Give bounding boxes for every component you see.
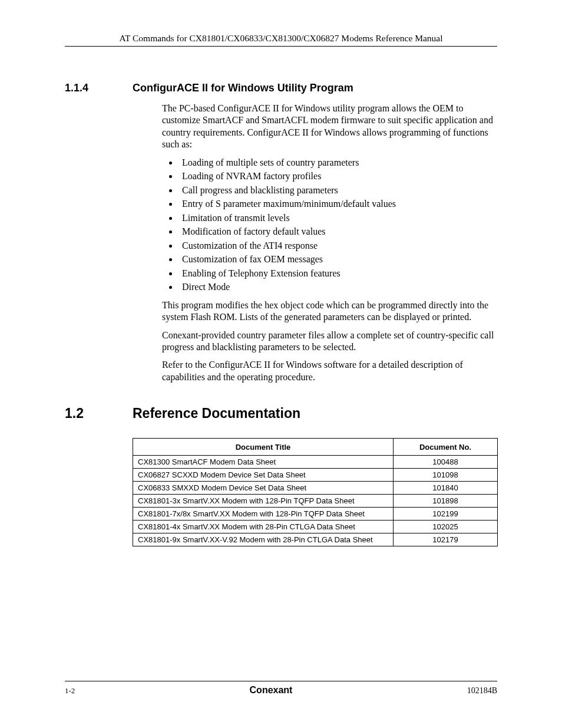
section-number: 1.2 bbox=[65, 406, 133, 421]
list-item: Modification of factory default values bbox=[178, 226, 497, 238]
doc-number-cell: 102025 bbox=[394, 521, 498, 533]
doc-title-cell: CX81801-9x SmartV.XX-V.92 Modem with 28-… bbox=[133, 533, 394, 546]
table-row: CX81801-4x SmartV.XX Modem with 28-Pin C… bbox=[133, 521, 498, 533]
doc-title-cell: CX06827 SCXXD Modem Device Set Data Shee… bbox=[133, 469, 394, 482]
section-1-2-heading: 1.2 Reference Documentation bbox=[65, 406, 497, 421]
list-item: Call progress and blacklisting parameter… bbox=[178, 185, 497, 196]
list-item: Limitation of transmit levels bbox=[178, 212, 497, 224]
doc-number-cell: 100488 bbox=[394, 456, 498, 469]
doc-title-cell: CX06833 SMXXD Modem Device Set Data Shee… bbox=[133, 482, 394, 495]
list-item: Customization of fax OEM messages bbox=[178, 253, 497, 265]
paragraph: Refer to the ConfigurACE II for Windows … bbox=[162, 359, 497, 383]
doc-number-cell: 101840 bbox=[394, 482, 498, 495]
list-item: Loading of NVRAM factory profiles bbox=[178, 170, 497, 182]
table-row: CX81801-7x/8x SmartV.XX Modem with 128-P… bbox=[133, 508, 498, 521]
list-item: Customization of the ATI4 response bbox=[178, 240, 497, 252]
table-row: CX81801-3x SmartV.XX Modem with 128-Pin … bbox=[133, 495, 498, 508]
doc-code: 102184B bbox=[467, 686, 497, 696]
doc-title-cell: CX81801-4x SmartV.XX Modem with 28-Pin C… bbox=[133, 521, 394, 533]
doc-number-cell: 101898 bbox=[394, 495, 498, 508]
paragraph: This program modifies the hex object cod… bbox=[162, 299, 497, 324]
section-number: 1.1.4 bbox=[65, 82, 133, 94]
page-number: 1-2 bbox=[65, 686, 75, 696]
section-1-1-4-body: The PC-based ConfigurACE II for Windows … bbox=[162, 103, 497, 383]
doc-number-cell: 102199 bbox=[394, 508, 498, 521]
doc-number-cell: 101098 bbox=[394, 469, 498, 482]
list-item: Entry of S parameter maximum/minimum/def… bbox=[178, 198, 497, 210]
section-title: ConfigurACE II for Windows Utility Progr… bbox=[133, 82, 353, 94]
table-row: CX06827 SCXXD Modem Device Set Data Shee… bbox=[133, 469, 498, 482]
page-footer: 1-2 Conexant 102184B bbox=[65, 681, 497, 696]
section-1-1-4-heading: 1.1.4 ConfigurACE II for Windows Utility… bbox=[65, 82, 497, 94]
footer-rule bbox=[65, 681, 497, 681]
table-row: CX81300 SmartACF Modem Data Sheet 100488 bbox=[133, 456, 498, 469]
paragraph: Conexant-provided country parameter file… bbox=[162, 330, 497, 354]
table-header-row: Document Title Document No. bbox=[133, 439, 498, 456]
col-header-title: Document Title bbox=[133, 439, 394, 456]
header-rule bbox=[65, 46, 497, 47]
page: AT Commands for CX81801/CX06833/CX81300/… bbox=[0, 0, 562, 728]
list-item: Enabling of Telephony Extension features bbox=[178, 268, 497, 279]
table-row: CX81801-9x SmartV.XX-V.92 Modem with 28-… bbox=[133, 533, 498, 546]
section-title: Reference Documentation bbox=[133, 406, 300, 421]
footer-brand: Conexant bbox=[250, 685, 293, 696]
feature-list: Loading of multiple sets of country para… bbox=[162, 157, 497, 294]
intro-paragraph: The PC-based ConfigurACE II for Windows … bbox=[162, 103, 497, 151]
col-header-number: Document No. bbox=[394, 439, 498, 456]
running-header: AT Commands for CX81801/CX06833/CX81300/… bbox=[65, 33, 497, 44]
table-row: CX06833 SMXXD Modem Device Set Data Shee… bbox=[133, 482, 498, 495]
footer-line: 1-2 Conexant 102184B bbox=[65, 685, 497, 696]
doc-title-cell: CX81300 SmartACF Modem Data Sheet bbox=[133, 456, 394, 469]
reference-table: Document Title Document No. CX81300 Smar… bbox=[133, 438, 498, 546]
doc-title-cell: CX81801-3x SmartV.XX Modem with 128-Pin … bbox=[133, 495, 394, 508]
reference-table-wrap: Document Title Document No. CX81300 Smar… bbox=[133, 438, 497, 546]
doc-title-cell: CX81801-7x/8x SmartV.XX Modem with 128-P… bbox=[133, 508, 394, 521]
doc-number-cell: 102179 bbox=[394, 533, 498, 546]
list-item: Direct Mode bbox=[178, 281, 497, 293]
list-item: Loading of multiple sets of country para… bbox=[178, 157, 497, 169]
